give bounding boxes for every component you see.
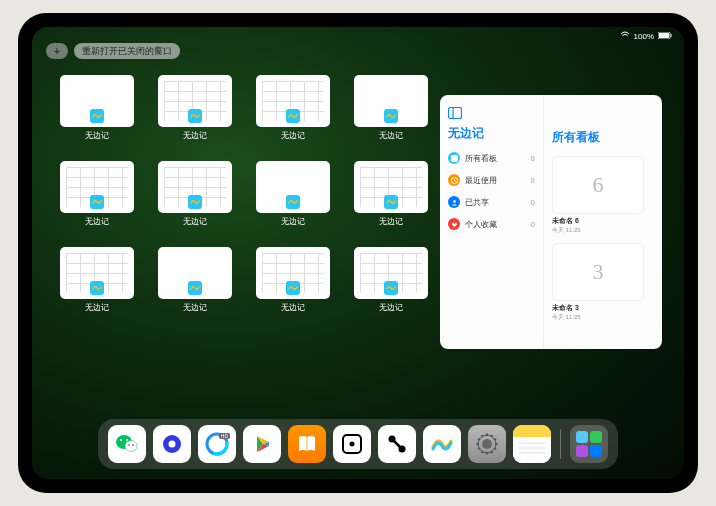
- freeform-app-icon: [90, 195, 104, 209]
- sidebar-item-icon: [448, 196, 460, 208]
- svg-line-37: [494, 439, 496, 440]
- sidebar-item-label: 个人收藏: [465, 219, 526, 230]
- window-label: 无边记: [183, 216, 207, 227]
- sidebar-item-count: 0: [531, 220, 535, 229]
- dock-icon-quark[interactable]: [153, 425, 191, 463]
- freeform-app-icon: [188, 109, 202, 123]
- svg-rect-2: [671, 34, 672, 37]
- dock-icon-qq-browser[interactable]: HD: [198, 425, 236, 463]
- window-card[interactable]: 无边记: [158, 247, 232, 319]
- svg-line-34: [482, 435, 483, 437]
- freeform-app-icon: [90, 281, 104, 295]
- svg-line-33: [478, 439, 480, 440]
- window-card[interactable]: 无边记: [158, 75, 232, 147]
- window-thumbnail: [354, 75, 428, 127]
- app-switcher-grid: 无边记无边记无边记无边记无边记无边记无边记无边记无边记无边记无边记无边记: [60, 75, 428, 319]
- sidebar-item[interactable]: 个人收藏0: [448, 218, 535, 230]
- window-thumbnail: [158, 161, 232, 213]
- svg-rect-1: [659, 33, 669, 38]
- svg-line-36: [491, 435, 492, 437]
- svg-point-10: [120, 439, 122, 441]
- screen: 100% + 重新打开已关闭的窗口 无边记无边记无边记无边记无边记无边记无边记无…: [32, 27, 684, 479]
- svg-rect-43: [576, 431, 588, 443]
- window-card[interactable]: 无边记: [354, 75, 428, 147]
- svg-rect-5: [451, 155, 458, 162]
- window-label: 无边记: [183, 130, 207, 141]
- sidebar-item-count: 8: [531, 176, 535, 185]
- svg-rect-38: [513, 425, 551, 437]
- freeform-app-icon: [286, 281, 300, 295]
- dock-icon-books[interactable]: [288, 425, 326, 463]
- svg-point-11: [126, 439, 128, 441]
- svg-point-20: [350, 442, 355, 447]
- freeform-app-icon: [286, 109, 300, 123]
- wifi-icon: [620, 31, 630, 41]
- dock-icon-notes[interactable]: [513, 425, 551, 463]
- window-thumbnail: [256, 161, 330, 213]
- window-label: 无边记: [85, 130, 109, 141]
- board-name: 未命名 6: [552, 216, 644, 226]
- ipad-frame: 100% + 重新打开已关闭的窗口 无边记无边记无边记无边记无边记无边记无边记无…: [18, 13, 698, 493]
- panel-title: 无边记: [448, 125, 535, 142]
- window-thumbnail: [158, 247, 232, 299]
- window-card[interactable]: 无边记: [60, 247, 134, 319]
- board-timestamp: 今天 11:25: [552, 226, 644, 235]
- dock-icon-app-library[interactable]: [570, 425, 608, 463]
- window-label: 无边记: [379, 302, 403, 313]
- window-card[interactable]: 无边记: [256, 75, 330, 147]
- freeform-app-icon: [188, 195, 202, 209]
- freeform-app-icon: [188, 281, 202, 295]
- sidebar-toggle-icon[interactable]: [448, 105, 462, 117]
- freeform-app-icon: [384, 109, 398, 123]
- freeform-panel[interactable]: ••• 无边记 所有看板8最近使用8已共享0个人收藏0 所有看板 6未命名 6今…: [440, 95, 662, 349]
- window-card[interactable]: 无边记: [60, 161, 134, 233]
- sidebar-item-icon: [448, 218, 460, 230]
- sidebar-item[interactable]: 所有看板8: [448, 152, 535, 164]
- sidebar-item-icon: [448, 152, 460, 164]
- svg-line-28: [491, 451, 492, 453]
- new-window-button[interactable]: +: [46, 43, 68, 59]
- window-label: 无边记: [183, 302, 207, 313]
- sidebar-item[interactable]: 已共享0: [448, 196, 535, 208]
- window-card[interactable]: 无边记: [256, 161, 330, 233]
- window-card[interactable]: 无边记: [256, 247, 330, 319]
- window-card[interactable]: 无边记: [158, 161, 232, 233]
- window-thumbnail: [60, 161, 134, 213]
- window-card[interactable]: 无边记: [60, 75, 134, 147]
- reopen-closed-window-button[interactable]: 重新打开已关闭的窗口: [74, 43, 180, 59]
- window-card[interactable]: 无边记: [354, 247, 428, 319]
- top-controls: + 重新打开已关闭的窗口: [46, 43, 180, 59]
- board-timestamp: 今天 11:25: [552, 313, 644, 322]
- svg-point-7: [453, 200, 456, 203]
- sidebar-item-icon: [448, 174, 460, 186]
- window-thumbnail: [256, 247, 330, 299]
- sidebar-item-label: 所有看板: [465, 153, 526, 164]
- panel-sidebar: 无边记 所有看板8最近使用8已共享0个人收藏0: [440, 95, 544, 349]
- dock-badge: HD: [219, 433, 230, 439]
- window-thumbnail: [60, 247, 134, 299]
- window-label: 无边记: [281, 130, 305, 141]
- plus-icon: +: [54, 45, 60, 57]
- board-card[interactable]: 3未命名 3今天 11:25: [552, 243, 644, 322]
- dock-icon-dice[interactable]: [333, 425, 371, 463]
- dock-icon-wechat[interactable]: [108, 425, 146, 463]
- dock-icon-play[interactable]: [243, 425, 281, 463]
- dock-icon-settings[interactable]: [468, 425, 506, 463]
- sidebar-item-count: 0: [531, 198, 535, 207]
- dock-icon-freeform[interactable]: [423, 425, 461, 463]
- panel-content: 所有看板 6未命名 6今天 11:253未命名 3今天 11:25: [544, 95, 662, 349]
- window-thumbnail: [158, 75, 232, 127]
- window-label: 无边记: [281, 216, 305, 227]
- board-thumbnail: 3: [552, 243, 644, 301]
- svg-point-9: [125, 441, 137, 452]
- reopen-label: 重新打开已关闭的窗口: [82, 45, 172, 58]
- freeform-app-icon: [384, 281, 398, 295]
- sidebar-item-count: 8: [531, 154, 535, 163]
- dock-icon-connect[interactable]: [378, 425, 416, 463]
- sidebar-item-label: 最近使用: [465, 175, 526, 186]
- window-thumbnail: [354, 161, 428, 213]
- sidebar-item[interactable]: 最近使用8: [448, 174, 535, 186]
- window-card[interactable]: 无边记: [354, 161, 428, 233]
- battery-icon: [658, 32, 672, 41]
- board-card[interactable]: 6未命名 6今天 11:25: [552, 156, 644, 235]
